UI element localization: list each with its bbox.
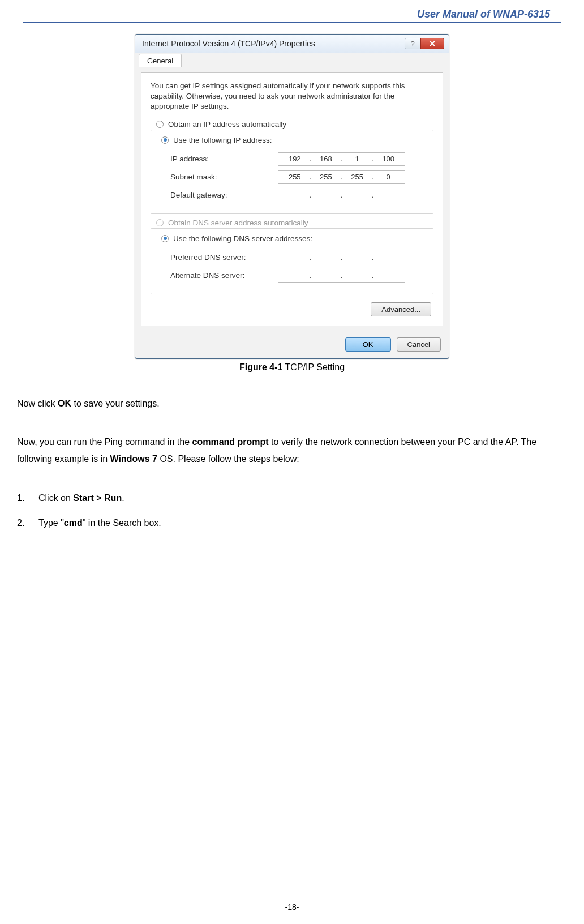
list-number: 1.	[17, 490, 38, 507]
radio-icon	[156, 219, 164, 226]
dialog-footer: OK Cancel	[135, 332, 449, 358]
advanced-row: Advanced...	[151, 302, 433, 316]
dialog-title: Internet Protocol Version 4 (TCP/IPv4) P…	[142, 39, 315, 48]
list-number: 2.	[17, 515, 38, 532]
field-label: Default gateway:	[170, 191, 278, 199]
cancel-button[interactable]: Cancel	[397, 337, 441, 352]
paragraph-ping: Now, you can run the Ping command in the…	[17, 434, 567, 468]
field-label: Preferred DNS server:	[170, 253, 278, 262]
dialog-body: You can get IP settings assigned automat…	[141, 72, 443, 326]
list-item: 2. Type "cmd" in the Search box.	[17, 515, 567, 532]
advanced-button[interactable]: Advanced...	[371, 302, 431, 316]
properties-dialog: Internet Protocol Version 4 (TCP/IPv4) P…	[135, 34, 449, 359]
titlebar: Internet Protocol Version 4 (TCP/IPv4) P…	[135, 35, 449, 53]
octet: 168	[317, 155, 335, 163]
field-label: IP address:	[170, 155, 278, 163]
figure-label: Figure 4-1	[239, 362, 282, 372]
description-text: You can get IP settings assigned automat…	[151, 81, 433, 112]
figure-text: TCP/IP Setting	[282, 362, 345, 372]
dns-group: Use the following DNS server addresses: …	[151, 228, 433, 294]
radio-ip-manual[interactable]: Use the following IP address:	[159, 136, 274, 144]
octet: 255	[317, 173, 335, 181]
step-list: 1. Click on Start > Run. 2. Type "cmd" i…	[17, 490, 567, 532]
radio-ip-auto[interactable]: Obtain an IP address automatically	[156, 120, 433, 129]
gateway-row: Default gateway: . . .	[170, 189, 426, 202]
octet: 192	[286, 155, 304, 163]
header-rule	[23, 22, 561, 23]
figure-caption: Figure 4-1 TCP/IP Setting	[0, 362, 584, 373]
help-icon[interactable]: ?	[405, 38, 420, 49]
octet: 0	[379, 173, 397, 181]
octet: 100	[379, 155, 397, 163]
window-controls: ?	[405, 38, 444, 49]
octet: 255	[348, 173, 366, 181]
tab-panel: You can get IP settings assigned automat…	[141, 72, 443, 326]
radio-label: Obtain DNS server address automatically	[168, 219, 308, 227]
list-item: 1. Click on Start > Run.	[17, 490, 567, 507]
alternate-dns-input[interactable]: . . .	[278, 269, 405, 283]
preferred-dns-input[interactable]: . . .	[278, 251, 405, 264]
subnet-mask-input[interactable]: 255. 255. 255. 0	[278, 170, 405, 184]
ip-address-input[interactable]: 192. 168. 1. 100	[278, 152, 405, 166]
radio-label: Use the following DNS server addresses:	[173, 234, 312, 243]
radio-icon	[161, 136, 169, 144]
preferred-dns-row: Preferred DNS server: . . .	[170, 251, 426, 264]
field-label: Subnet mask:	[170, 173, 278, 181]
subnet-mask-row: Subnet mask: 255. 255. 255. 0	[170, 170, 426, 184]
octet: 1	[348, 155, 366, 163]
ip-group: Use the following IP address: IP address…	[151, 130, 433, 214]
x-glyph	[429, 40, 436, 47]
octet: 255	[286, 173, 304, 181]
tab-row: General	[135, 54, 449, 67]
tab-general[interactable]: General	[139, 54, 182, 67]
paragraph-save: Now click OK to save your settings.	[17, 395, 567, 412]
close-icon[interactable]	[420, 38, 444, 49]
dialog-container: Internet Protocol Version 4 (TCP/IPv4) P…	[0, 34, 584, 359]
page-number: -18-	[0, 902, 584, 912]
radio-icon	[161, 235, 169, 242]
radio-dns-manual[interactable]: Use the following DNS server addresses:	[159, 234, 315, 243]
field-label: Alternate DNS server:	[170, 271, 278, 280]
alternate-dns-row: Alternate DNS server: . . .	[170, 269, 426, 283]
radio-icon	[156, 121, 164, 128]
radio-dns-auto: Obtain DNS server address automatically	[156, 219, 433, 227]
radio-label: Obtain an IP address automatically	[168, 120, 286, 129]
page-header: User Manual of WNAP-6315	[0, 0, 584, 22]
radio-label: Use the following IP address:	[173, 136, 272, 144]
ok-button[interactable]: OK	[345, 337, 391, 352]
ip-address-row: IP address: 192. 168. 1. 100	[170, 152, 426, 166]
gateway-input[interactable]: . . .	[278, 189, 405, 202]
